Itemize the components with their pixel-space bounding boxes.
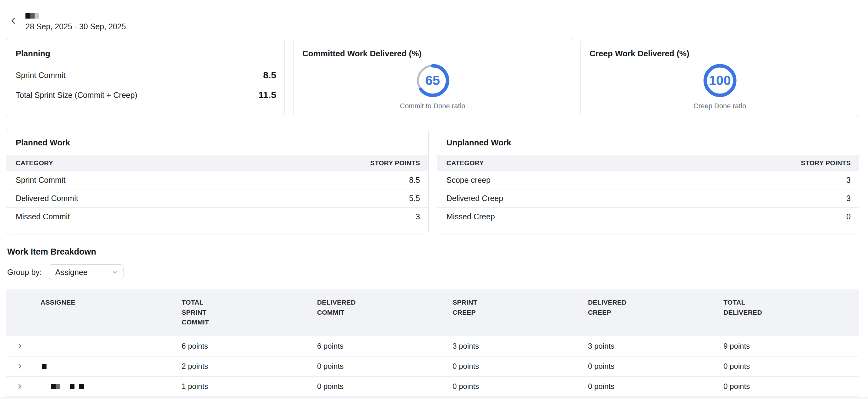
chevron-right-icon [17,383,23,389]
points-cell: 3 [846,194,851,203]
delivered-creep-cell: 0 points [588,362,723,371]
sprint-creep-cell: 3 points [453,342,588,350]
sprint-commit-row: Sprint Commit 8.5 [16,65,276,85]
column-header-story-points: STORY POINTS [370,159,420,167]
points-cell: 3 [846,176,851,185]
chevron-left-icon [9,17,18,25]
creep-gauge-area: 100 Creep Done ratio [590,63,850,110]
table-row: Missed Commit 3 [6,207,428,226]
creep-work-title: Creep Work Delivered (%) [590,49,850,59]
total-delivered-cell: 9 points [723,342,859,350]
column-header-delivered-commit: DELIVERED COMMIT [317,297,453,327]
gauge-caption: Commit to Done ratio [400,102,465,110]
points-cell: 8.5 [409,176,420,185]
chevron-right-icon [17,364,23,369]
assignee-cell [33,364,182,369]
page-header: 28 Sep, 2025 - 30 Sep, 2025 [9,11,126,31]
breakdown-table-header: ASSIGNEE TOTAL SPRINT COMMIT DELIVERED C… [6,289,859,336]
metric-value: 8.5 [263,70,276,81]
expand-row-button[interactable] [17,364,23,369]
total-delivered-cell: 0 points [723,382,859,391]
planned-work-header: CATEGORY STORY POINTS [6,155,428,171]
redacted-assignee-name [79,384,84,389]
chevron-down-icon [111,269,118,276]
category-cell: Sprint Commit [16,176,65,185]
unplanned-work-card: Unplanned Work CATEGORY STORY POINTS Sco… [437,129,860,234]
redacted-assignee-name [70,384,74,389]
committed-work-card: Committed Work Delivered (%) 65 Commit t… [293,38,572,117]
group-by-select[interactable]: Assignee [49,264,124,280]
breakdown-row: 1 points 0 points 0 points 0 points 0 po… [6,376,859,397]
table-row: Delivered Creep 3 [437,189,859,207]
column-header-total-sprint-commit: TOTAL SPRINT COMMIT [182,297,317,327]
redacted-assignee-name [42,364,46,369]
breakdown-title: Work Item Breakdown [7,247,859,257]
column-header-story-points: STORY POINTS [801,159,851,167]
points-cell: 0 [846,212,851,221]
column-header-category: CATEGORY [446,159,484,167]
points-cell: 3 [416,212,420,221]
work-tables-row: Planned Work CATEGORY STORY POINTS Sprin… [6,129,859,234]
column-header-category: CATEGORY [16,159,53,167]
redacted-sprint-title [26,13,126,19]
sprint-date-range: 28 Sep, 2025 - 30 Sep, 2025 [26,22,126,31]
breakdown-row: 6 points 6 points 3 points 3 points 9 po… [6,336,859,356]
metric-label: Total Sprint Size (Commit + Creep) [16,91,137,100]
total-sprint-commit-cell: 2 points [182,362,317,371]
table-row: Missed Creep 0 [437,207,859,226]
group-by-label: Group by: [7,268,42,277]
work-item-breakdown-table: ASSIGNEE TOTAL SPRINT COMMIT DELIVERED C… [6,289,859,397]
table-row: Sprint Commit 8.5 [6,171,428,189]
work-item-breakdown-section: Work Item Breakdown Group by: Assignee A… [6,247,859,397]
points-cell: 5.5 [409,194,420,203]
chevron-right-icon [17,343,23,349]
total-sprint-commit-cell: 6 points [182,342,317,350]
expand-row-button[interactable] [17,383,23,389]
back-button[interactable] [9,17,18,26]
column-header-delivered-creep: DELIVERED CREEP [588,297,723,327]
metric-value: 11.5 [258,90,276,101]
category-cell: Scope creep [446,176,491,185]
column-header-sprint-creep: SPRINT CREEP [453,297,588,327]
planned-work-title: Planned Work [6,129,428,155]
redacted-assignee-name [56,384,60,389]
category-cell: Delivered Commit [16,194,78,203]
column-header-assignee: ASSIGNEE [33,297,182,327]
table-row: Scope creep 3 [437,171,859,189]
sprint-creep-cell: 0 points [453,362,588,371]
total-sprint-size-row: Total Sprint Size (Commit + Creep) 11.5 [16,85,276,105]
report-content: Planning Sprint Commit 8.5 Total Sprint … [6,38,859,397]
category-cell: Missed Commit [16,212,70,221]
expand-row-button[interactable] [17,343,23,349]
gauge-value: 65 [416,63,450,97]
planned-work-card: Planned Work CATEGORY STORY POINTS Sprin… [6,129,429,234]
delivered-creep-cell: 0 points [588,382,723,391]
sprint-report-page: 28 Sep, 2025 - 30 Sep, 2025 Planning Spr… [0,0,868,399]
group-by-selected-value: Assignee [55,268,88,277]
assignee-cell [33,384,182,389]
breakdown-row: 2 points 0 points 0 points 0 points 0 po… [6,356,859,376]
sprint-creep-cell: 0 points [453,382,588,391]
delivered-commit-cell: 6 points [317,342,453,350]
table-row: Delivered Commit 5.5 [6,189,428,207]
summary-cards-row: Planning Sprint Commit 8.5 Total Sprint … [6,38,859,117]
total-sprint-commit-cell: 1 points [182,382,317,391]
scroll-edge-divider [866,0,866,399]
committed-gauge: 65 [416,63,450,97]
expand-column-header [6,297,33,327]
unplanned-work-header: CATEGORY STORY POINTS [437,155,859,171]
creep-work-card: Creep Work Delivered (%) 100 Creep Done … [581,38,859,117]
group-by-row: Group by: Assignee [7,264,859,280]
unplanned-work-title: Unplanned Work [437,129,859,155]
gauge-value: 100 [703,63,737,97]
redacted-assignee-name [51,384,56,389]
category-cell: Delivered Creep [446,194,503,203]
committed-gauge-area: 65 Commit to Done ratio [302,63,563,110]
gauge-caption: Creep Done ratio [693,102,746,110]
metric-label: Sprint Commit [16,71,65,80]
sprint-title-block: 28 Sep, 2025 - 30 Sep, 2025 [26,11,126,31]
planning-card: Planning Sprint Commit 8.5 Total Sprint … [6,38,285,117]
category-cell: Missed Creep [446,212,495,221]
delivered-commit-cell: 0 points [317,362,453,371]
committed-work-title: Committed Work Delivered (%) [302,49,563,59]
